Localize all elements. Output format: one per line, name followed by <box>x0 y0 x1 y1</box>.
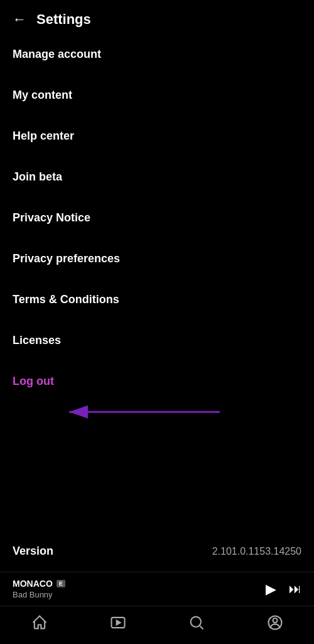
nav-profile[interactable] <box>266 614 284 631</box>
nav-video[interactable] <box>109 614 127 631</box>
svg-point-4 <box>190 617 200 627</box>
play-button[interactable]: ▶ <box>266 581 276 597</box>
home-icon <box>31 614 48 631</box>
menu-item-privacy-preferences[interactable]: Privacy preferences <box>13 238 301 279</box>
nav-search[interactable] <box>188 614 205 631</box>
skip-button[interactable]: ⏭ <box>289 582 301 596</box>
profile-icon <box>266 614 284 631</box>
menu-item-terms-conditions[interactable]: Terms & Conditions <box>13 279 301 320</box>
search-icon <box>188 614 205 631</box>
version-row: Version 2.101.0.1153.14250 <box>0 531 314 572</box>
menu-item-help-center[interactable]: Help center <box>13 116 301 157</box>
artist-name: Bad Bunny <box>13 590 65 599</box>
version-value: 2.101.0.1153.14250 <box>212 546 301 557</box>
back-button[interactable]: ← <box>13 11 26 28</box>
svg-line-5 <box>200 626 203 629</box>
header: ← Settings <box>0 0 314 34</box>
nav-home[interactable] <box>31 614 48 631</box>
explicit-badge: E <box>57 580 65 587</box>
playback-controls: ▶ ⏭ <box>266 581 301 597</box>
settings-screen: ← Settings Manage account My content Hel… <box>0 0 314 644</box>
menu-item-manage-account[interactable]: Manage account <box>13 34 301 75</box>
video-icon <box>109 614 127 631</box>
svg-marker-3 <box>116 621 120 625</box>
menu-item-my-content[interactable]: My content <box>13 75 301 116</box>
bottom-nav <box>0 606 314 644</box>
track-name: MONACO E <box>13 579 65 589</box>
menu-item-licenses[interactable]: Licenses <box>13 320 301 361</box>
menu-item-log-out[interactable]: Log out <box>13 361 301 402</box>
now-playing-bar[interactable]: MONACO E Bad Bunny ▶ ⏭ <box>0 572 314 606</box>
menu-item-join-beta[interactable]: Join beta <box>13 157 301 197</box>
menu-list: Manage account My content Help center Jo… <box>0 34 314 531</box>
page-title: Settings <box>36 11 91 28</box>
menu-item-privacy-notice[interactable]: Privacy Notice <box>13 197 301 238</box>
version-label: Version <box>13 545 53 558</box>
track-info: MONACO E Bad Bunny <box>13 579 65 599</box>
svg-point-7 <box>273 618 277 623</box>
